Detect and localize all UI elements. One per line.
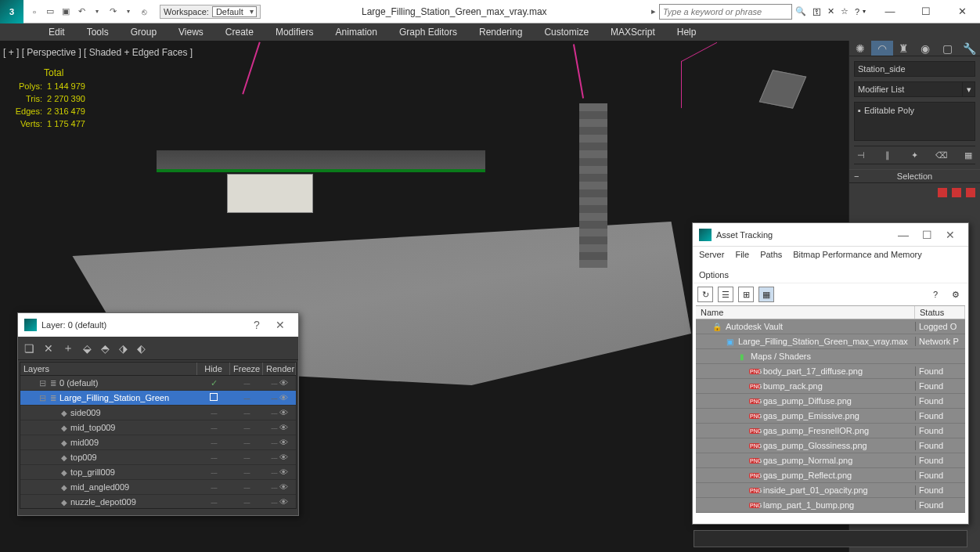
asset-titlebar[interactable]: Asset Tracking — ☐ ✕ xyxy=(693,223,968,247)
exchange-icon[interactable]: ✕ xyxy=(824,6,838,16)
minimize-button[interactable]: — xyxy=(892,229,915,241)
workspace-selector[interactable]: Workspace: Default xyxy=(160,5,261,19)
open-icon[interactable]: ▭ xyxy=(42,4,58,20)
menu-bitmap-performance-and-memory[interactable]: Bitmap Performance and Memory xyxy=(793,250,921,259)
col-name[interactable]: Name xyxy=(696,306,915,319)
close-button[interactable]: ✕ xyxy=(944,0,980,23)
layer-table[interactable]: Layers Hide Freeze Render ⊟≣0 (default)✓… xyxy=(20,362,297,509)
layer-row[interactable]: ◆mid009--------- 👁 xyxy=(20,435,296,450)
menu-rendering[interactable]: Rendering xyxy=(468,23,533,41)
refresh-icon[interactable]: ↻ xyxy=(697,287,713,302)
tab-utilities[interactable]: 🔧 xyxy=(958,41,980,56)
asset-row[interactable]: PNGbump_rack.pngFound xyxy=(696,379,965,394)
menu-edit[interactable]: Edit xyxy=(38,23,76,41)
col-render[interactable]: Render xyxy=(263,363,296,375)
modifier-item[interactable]: Editable Poly xyxy=(864,106,914,115)
layer-row[interactable]: ◆nuzzle_depot009--------- 👁 xyxy=(20,495,296,509)
tab-display[interactable]: ▢ xyxy=(936,41,958,56)
search-icon[interactable]: 🔍 xyxy=(792,6,809,16)
highlight-icon[interactable]: ⬘ xyxy=(101,342,110,355)
asset-row[interactable]: PNGgas_pump_Diffuse.pngFound xyxy=(696,394,965,409)
hide-icon[interactable]: ⬗ xyxy=(119,342,128,355)
menu-tools[interactable]: Tools xyxy=(76,23,120,41)
list-icon[interactable]: ☰ xyxy=(718,287,733,302)
chevron-down-icon[interactable]: ▾ xyxy=(963,81,975,97)
menu-help[interactable]: Help xyxy=(666,23,708,41)
chevron-down-icon[interactable]: ▾ xyxy=(121,4,136,20)
maximize-button[interactable]: ☐ xyxy=(908,0,944,23)
asset-row[interactable]: PNGbody_part_17_diffuse.pngFound xyxy=(696,364,965,379)
help-icon[interactable]: ? xyxy=(852,7,863,16)
chevron-down-icon[interactable]: ▾ xyxy=(89,4,105,20)
rollout-header[interactable]: Selection xyxy=(849,169,980,183)
redo-icon[interactable]: ↷ xyxy=(105,4,121,20)
viewcube[interactable] xyxy=(759,70,807,108)
modifier-stack[interactable]: ▪Editable Poly xyxy=(854,102,975,141)
new-icon[interactable]: ▫ xyxy=(27,4,42,20)
asset-row[interactable]: PNGgas_pump_Reflect.pngFound xyxy=(696,468,965,483)
remove-icon[interactable]: ⌫ xyxy=(935,148,949,162)
workspace-dropdown[interactable]: Default xyxy=(212,6,257,17)
minimize-button[interactable]: — xyxy=(872,0,908,23)
asset-row[interactable]: PNGlamp_part_1_bump.pngFound xyxy=(696,498,965,513)
maximize-button[interactable]: ☐ xyxy=(915,229,939,241)
select-icon[interactable]: ⬙ xyxy=(83,342,92,355)
table-icon[interactable]: ▦ xyxy=(758,287,774,302)
menu-views[interactable]: Views xyxy=(168,23,214,41)
save-icon[interactable]: ▣ xyxy=(58,4,74,20)
modifier-list-dropdown[interactable]: Modifier List ▾ xyxy=(854,81,975,97)
undo-icon[interactable]: ↶ xyxy=(74,4,89,20)
col-layers[interactable]: Layers xyxy=(20,363,197,375)
tab-motion[interactable]: ◉ xyxy=(914,41,936,56)
menu-group[interactable]: Group xyxy=(120,23,168,41)
subobj-vertex-icon[interactable] xyxy=(938,188,947,197)
menu-options[interactable]: Options xyxy=(699,270,729,280)
tab-create[interactable]: ✺ xyxy=(849,41,871,56)
viewport-label[interactable]: [ + ] [ Perspective ] [ Shaded + Edged F… xyxy=(3,47,193,58)
layer-row[interactable]: ⊟≣0 (default)✓------ 👁 xyxy=(20,376,296,391)
asset-row[interactable]: PNGgas_pump_FresnelIOR.pngFound xyxy=(696,424,965,438)
asset-row[interactable]: PNGgas_pump_Emissive.pngFound xyxy=(696,409,965,424)
menu-animation[interactable]: Animation xyxy=(325,23,388,41)
menu-customize[interactable]: Customize xyxy=(533,23,600,41)
menu-maxscript[interactable]: MAXScript xyxy=(600,23,666,41)
menu-graph-editors[interactable]: Graph Editors xyxy=(388,23,468,41)
asset-row[interactable]: PNGinside_part_01_opacity.pngFound xyxy=(696,483,965,498)
menu-server[interactable]: Server xyxy=(699,250,724,259)
tree-icon[interactable]: ⊞ xyxy=(738,287,754,302)
layer-row[interactable]: ◆mid_angled009--------- 👁 xyxy=(20,480,296,495)
search-input[interactable] xyxy=(659,4,792,20)
close-button[interactable]: ✕ xyxy=(939,229,962,241)
asset-row[interactable]: PNGgas_pump_Normal.pngFound xyxy=(696,453,965,468)
menu-paths[interactable]: Paths xyxy=(760,250,782,259)
link-icon[interactable]: ⎋ xyxy=(136,4,152,20)
favorite-icon[interactable]: ☆ xyxy=(838,6,852,16)
pin-icon[interactable]: ⊣ xyxy=(854,148,868,162)
asset-row[interactable]: 🔒Autodesk VaultLogged O xyxy=(696,319,965,334)
help-button[interactable]: ? xyxy=(245,319,268,331)
layer-row[interactable]: ◆side009--------- 👁 xyxy=(20,406,296,420)
close-button[interactable]: ✕ xyxy=(268,319,292,331)
configure-icon[interactable]: ▦ xyxy=(961,148,975,162)
asset-row[interactable]: ▣Large_Filling_Station_Green_max_vray.ma… xyxy=(696,334,965,349)
tab-hierarchy[interactable]: ♜ xyxy=(893,41,915,56)
layer-row[interactable]: ◆mid_top009--------- 👁 xyxy=(20,420,296,435)
help-icon[interactable]: ? xyxy=(928,287,943,302)
object-name-input[interactable]: Station_side xyxy=(854,61,975,77)
freeze-icon[interactable]: ⬖ xyxy=(137,342,146,355)
layer-row[interactable]: ◆top_grill009--------- 👁 xyxy=(20,465,296,480)
arrow-icon[interactable]: ▸ xyxy=(648,6,659,16)
subobj-edge-icon[interactable] xyxy=(952,188,961,197)
layer-titlebar[interactable]: Layer: 0 (default) ? ✕ xyxy=(18,313,298,337)
col-hide[interactable]: Hide xyxy=(197,363,230,375)
col-freeze[interactable]: Freeze xyxy=(230,363,263,375)
menu-modifiers[interactable]: Modifiers xyxy=(265,23,325,41)
asset-row[interactable]: ▮Maps / Shaders xyxy=(696,349,965,364)
menu-create[interactable]: Create xyxy=(214,23,265,41)
settings-icon[interactable]: ⚙ xyxy=(948,287,964,302)
layer-row[interactable]: ◆top009--------- 👁 xyxy=(20,450,296,465)
add-icon[interactable]: ＋ xyxy=(63,341,74,355)
subobj-poly-icon[interactable] xyxy=(966,188,975,197)
layer-row[interactable]: ⊟≣Large_Filling_Station_Green------ 👁 xyxy=(20,391,296,406)
key-icon[interactable]: ⚿ xyxy=(809,7,824,16)
